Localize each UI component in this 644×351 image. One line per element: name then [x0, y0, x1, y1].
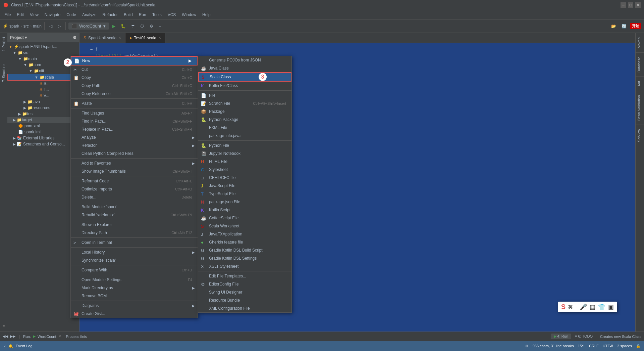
- ctx-diagrams[interactable]: Diagrams: [71, 302, 198, 310]
- tree-file-s[interactable]: S S...: [7, 81, 79, 87]
- sub-javafx[interactable]: J JavaFXApplication: [198, 230, 291, 238]
- minimize-button[interactable]: ─: [621, 2, 626, 8]
- sub-cfml[interactable]: □ CFML/CFC file: [198, 174, 291, 182]
- sub-gherkin[interactable]: ● Gherkin feature file: [198, 238, 291, 246]
- status-position[interactable]: 15:1: [578, 344, 585, 348]
- ctx-copy[interactable]: 📋 Copy Ctrl+C: [71, 74, 198, 82]
- ctx-replace-in-path[interactable]: Replace in Path... Ctrl+Shift+R: [71, 125, 198, 133]
- sougou-shirt[interactable]: 👕: [598, 303, 605, 311]
- ctx-show-explorer[interactable]: Show in Explorer: [71, 221, 198, 229]
- open-project-button[interactable]: 📂: [609, 23, 618, 30]
- tree-test[interactable]: ▶ 📁 test: [7, 111, 79, 117]
- tree-file-v[interactable]: S V...: [7, 93, 79, 99]
- forward-button[interactable]: ▷: [56, 23, 63, 30]
- ctx-clean-python[interactable]: Clean Python Compiled Files: [71, 149, 198, 158]
- tab-sparkunit[interactable]: S SparkUnit.scala ✕: [79, 33, 125, 43]
- sub-xslt[interactable]: X XSLT Stylesheet: [198, 262, 291, 270]
- close-button[interactable]: ✕: [635, 2, 641, 8]
- ctx-copy-path[interactable]: Copy Path Ctrl+Shift+C: [71, 82, 198, 90]
- run-config-selector[interactable]: ⬛ WordCount ▾: [68, 23, 109, 30]
- sub-python-package[interactable]: 🐍 Python Package: [198, 116, 291, 124]
- menu-file[interactable]: File: [2, 11, 13, 18]
- todo-tab[interactable]: ≡ 6: TODO: [572, 334, 595, 339]
- menu-refactor[interactable]: Refactor: [100, 11, 120, 18]
- profile-button[interactable]: ⏱: [138, 23, 146, 30]
- maven-tab[interactable]: Maven: [636, 33, 644, 52]
- tab-sparkunit-close[interactable]: ✕: [118, 36, 121, 40]
- tree-java[interactable]: ▶ 📁 java: [7, 99, 79, 105]
- sub-xml-config[interactable]: XML Configuration File: [198, 304, 291, 312]
- sub-kotlin-script[interactable]: K Kotlin Script: [198, 206, 291, 214]
- sub-gradle-settings[interactable]: G Gradle Kotlin DSL Settings: [198, 254, 291, 262]
- sub-file[interactable]: 📄 File: [198, 91, 291, 99]
- ctx-dir-path[interactable]: Directory Path Ctrl+Alt+F12: [71, 229, 198, 237]
- debug-button[interactable]: 🐛: [119, 23, 128, 30]
- ctx-paste[interactable]: 📋 Paste Ctrl+V: [71, 99, 198, 107]
- sub-coffeescript[interactable]: ☕ CoffeeScript File: [198, 214, 291, 222]
- ctx-delete[interactable]: Delete... Delete: [71, 193, 198, 201]
- more-button[interactable]: ⋯: [157, 23, 165, 30]
- ctx-add-favorites[interactable]: Add to Favorites: [71, 159, 198, 167]
- menu-build[interactable]: Build: [121, 11, 136, 18]
- run-tab[interactable]: ▶ 4: Run: [551, 334, 571, 339]
- status-encoding[interactable]: UTF-8: [603, 344, 613, 348]
- run-close-icon[interactable]: ✕: [58, 334, 61, 339]
- ctx-module-settings[interactable]: Open Module Settings F4: [71, 276, 198, 284]
- back-button[interactable]: ◁: [47, 23, 54, 30]
- sub-python-file[interactable]: 🐍 Python File: [198, 141, 291, 149]
- sub-editorconfig[interactable]: ⚙ EditorConfig File: [198, 280, 291, 288]
- settings-button[interactable]: ⚙: [148, 23, 155, 30]
- run-prev-button[interactable]: ◀◀: [3, 334, 8, 339]
- sub-jupyter[interactable]: 📓 Jupyter Notebook: [198, 149, 291, 158]
- tree-scratches[interactable]: ▶ 📝 Scratches and Conso...: [7, 141, 79, 147]
- sciview-tab[interactable]: SciView: [636, 125, 644, 146]
- favorites-icon[interactable]: ★: [2, 324, 5, 327]
- sub-swing[interactable]: Swing UI Designer: [198, 288, 291, 296]
- ctx-optimize[interactable]: Optimize Imports Ctrl+Alt+O: [71, 185, 198, 193]
- ctx-refactor[interactable]: Refactor: [71, 141, 198, 149]
- status-settings[interactable]: ⚙: [525, 344, 529, 348]
- event-log-icon[interactable]: 🔔: [8, 344, 13, 348]
- menu-run[interactable]: Run: [136, 11, 149, 18]
- ctx-new[interactable]: 📄 New ▶: [71, 56, 198, 65]
- sub-package-info[interactable]: package-info.java: [198, 132, 291, 140]
- status-crlf[interactable]: CRLF: [589, 344, 599, 348]
- tree-resources[interactable]: ▶ 📁 resources: [7, 105, 79, 111]
- run-next-button[interactable]: ▶▶: [10, 334, 15, 339]
- sub-gradle-build[interactable]: G Gradle Kotlin DSL Build Script: [198, 246, 291, 254]
- sub-edit-templates[interactable]: Edit File Templates...: [198, 272, 291, 280]
- tab-test01-close[interactable]: ✕: [158, 36, 161, 40]
- sougou-mic[interactable]: 🎤: [580, 303, 587, 311]
- project-settings-icon[interactable]: ⚙: [73, 35, 76, 40]
- tree-scala[interactable]: ▼ 📁 scala: [7, 74, 79, 81]
- menu-tools[interactable]: Tools: [150, 11, 164, 18]
- run-button[interactable]: ▶: [110, 23, 117, 30]
- ctx-cut[interactable]: ✂ Cut Ctrl+X: [71, 65, 198, 74]
- sub-package-json[interactable]: N package.json File: [198, 198, 291, 206]
- sougou-box[interactable]: ▣: [608, 303, 614, 311]
- ctx-local-history[interactable]: Local History: [71, 248, 198, 256]
- ant-tab[interactable]: Ant: [636, 77, 644, 91]
- tree-pom[interactable]: 🔶 pom.xml: [7, 123, 79, 129]
- tree-file-t[interactable]: S T...: [7, 87, 79, 93]
- ctx-show-thumbnails[interactable]: Show Image Thumbnails Ctrl+Shift+T: [71, 167, 198, 175]
- menu-code[interactable]: Code: [64, 11, 79, 18]
- sub-package[interactable]: 📦 Package: [198, 107, 291, 116]
- ctx-open-terminal[interactable]: > Open in Terminal: [71, 238, 198, 247]
- tree-niit[interactable]: ▼ 📁 niit: [7, 68, 79, 74]
- sub-generate-pojos[interactable]: Generate POJOs from JSON: [198, 56, 291, 64]
- project-tab[interactable]: 1: Project: [1, 34, 6, 54]
- sync-button[interactable]: 🔄: [620, 23, 629, 30]
- sub-java-class[interactable]: ☕ Java Class: [198, 64, 291, 72]
- tree-iml[interactable]: 📄 spark.iml: [7, 129, 79, 135]
- menu-help[interactable]: Help: [200, 11, 213, 18]
- menu-analyze[interactable]: Analyze: [79, 11, 99, 18]
- sub-ts[interactable]: T TypeScript File: [198, 190, 291, 198]
- ctx-synchronize[interactable]: Synchronize 'scala': [71, 256, 198, 264]
- menu-vcs[interactable]: VCS: [165, 11, 179, 18]
- menu-navigate[interactable]: Navigate: [42, 11, 63, 18]
- sub-kotlin-file[interactable]: K Kotlin File/Class: [198, 82, 291, 90]
- tree-target[interactable]: ▶ 📁 target: [7, 117, 79, 123]
- ctx-mark-dir[interactable]: Mark Directory as: [71, 284, 198, 292]
- ctx-build-module[interactable]: Build Module 'spark': [71, 203, 198, 211]
